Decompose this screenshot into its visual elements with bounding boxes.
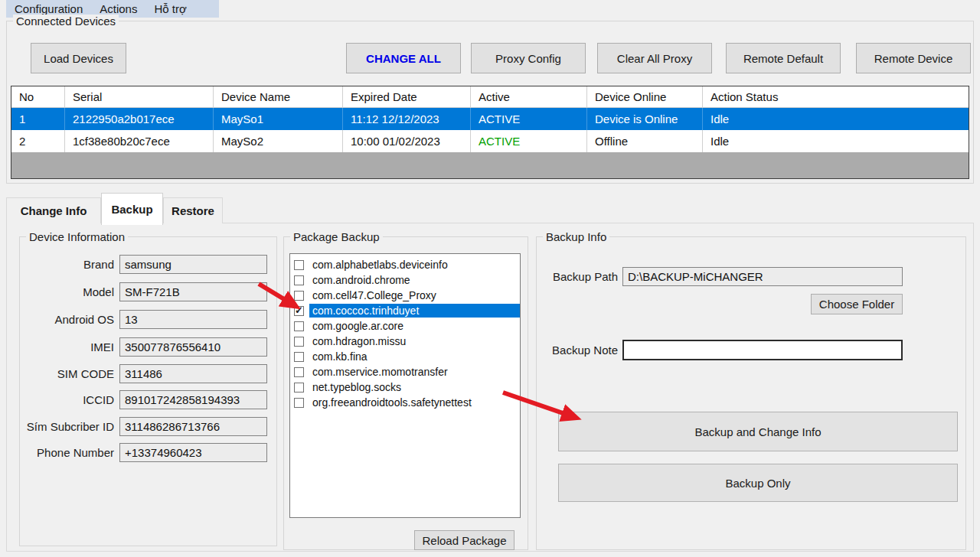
model-label: Model [20, 283, 114, 301]
device-information-group: Device Information Brand samsung Model S… [19, 236, 277, 546]
cell-device-name: MaySo1 [214, 108, 343, 130]
backup-info-group-title: Backup Info [543, 230, 609, 243]
package-backup-group: Package Backup com.alphabetlabs.devicein… [283, 236, 528, 550]
backup-path-field[interactable]: D:\BACKUP-MiCHANGER [622, 267, 903, 286]
sim-code-label: SIM CODE [20, 365, 114, 383]
column-header-serial[interactable]: Serial [65, 86, 214, 108]
brand-label: Brand [20, 256, 114, 274]
backup-path-label: Backup Path [552, 270, 618, 283]
android-os-field[interactable]: 13 [119, 310, 267, 329]
checkbox-checked-icon[interactable] [294, 306, 304, 316]
cell-device-online: Offline [587, 130, 703, 152]
choose-folder-button[interactable]: Choose Folder [811, 294, 903, 314]
device-information-group-title: Device Information [26, 230, 128, 243]
column-header-action-status[interactable]: Action Status [703, 86, 969, 108]
cell-no: 1 [11, 108, 65, 130]
cell-device-online: Device is Online [587, 108, 703, 130]
devices-table: No Serial Device Name Expired Date Activ… [11, 86, 969, 179]
package-item[interactable]: com.google.ar.core [290, 318, 520, 334]
sim-subcriber-id-field[interactable]: 311486286713766 [119, 417, 267, 436]
package-item-label: net.typeblog.socks [309, 380, 404, 394]
checkbox-icon[interactable] [294, 398, 304, 408]
package-item-label: com.coccoc.trinhduyet [309, 304, 520, 318]
cell-expired-date: 10:00 01/02/2023 [343, 130, 471, 152]
cell-serial: 1cf38e80b20c7ece [65, 130, 214, 152]
tab-change-info[interactable]: Change Info [6, 197, 101, 223]
imei-field[interactable]: 350077876556410 [119, 337, 267, 357]
checkbox-icon[interactable] [294, 291, 304, 301]
package-item-label: org.freeandroidtools.safetynettest [309, 396, 475, 409]
remote-device-button[interactable]: Remote Device [856, 43, 971, 73]
backup-note-field[interactable] [622, 340, 903, 360]
model-field[interactable]: SM-F721B [119, 282, 267, 301]
table-row[interactable]: 1 2122950a2b017ece MaySo1 11:12 12/12/20… [11, 108, 969, 130]
sim-subcriber-id-label: Sím Subcriber ID [20, 418, 114, 436]
checkbox-icon[interactable] [294, 383, 304, 393]
android-os-label: Android OS [20, 311, 114, 329]
package-item-label: com.mservice.momotransfer [309, 365, 451, 379]
package-item-label: com.cell47.College_Proxy [309, 288, 439, 302]
sim-code-field[interactable]: 311486 [119, 364, 267, 383]
proxy-config-button[interactable]: Proxy Config [471, 43, 586, 73]
package-item[interactable]: com.alphabetlabs.deviceinfo [290, 257, 520, 272]
tab-restore[interactable]: Restore [163, 197, 223, 223]
backup-note-label: Backup Note [552, 344, 618, 357]
load-devices-button[interactable]: Load Devices [31, 43, 126, 73]
cell-action-status: Idle [703, 130, 969, 152]
package-list: com.alphabetlabs.deviceinfo com.android.… [289, 253, 521, 518]
cell-active: ACTIVE [471, 108, 587, 130]
tab-backup[interactable]: Backup [101, 193, 163, 225]
cell-device-name: MaySo2 [214, 130, 343, 152]
devices-table-header: No Serial Device Name Expired Date Activ… [11, 86, 969, 108]
column-header-device-name[interactable]: Device Name [214, 86, 343, 108]
package-item-label: com.android.chrome [309, 273, 413, 287]
package-item-label: com.google.ar.core [309, 319, 407, 333]
phone-number-field[interactable]: +13374960423 [119, 443, 267, 462]
checkbox-icon[interactable] [294, 275, 304, 285]
remote-default-button[interactable]: Remote Default [726, 43, 841, 73]
cell-expired-date: 11:12 12/12/2023 [343, 108, 471, 130]
cell-serial: 2122950a2b017ece [65, 108, 214, 130]
backup-info-group: Backup Info Backup Path D:\BACKUP-MiCHAN… [536, 236, 966, 550]
clear-all-proxy-button[interactable]: Clear All Proxy [597, 43, 712, 73]
checkbox-icon[interactable] [294, 367, 304, 377]
connected-devices-group-title: Connected Devices [13, 15, 119, 28]
iccid-label: ICCID [20, 391, 114, 409]
column-header-expired-date[interactable]: Expired Date [343, 86, 471, 108]
phone-number-label: Phone Number [20, 444, 114, 462]
backup-only-button[interactable]: Backup Only [558, 464, 958, 502]
reload-package-button[interactable]: Reload Package [414, 530, 514, 550]
cell-active: ACTIVE [471, 130, 587, 152]
package-item[interactable]: org.freeandroidtools.safetynettest [290, 395, 520, 410]
package-item[interactable]: com.hdragon.missu [290, 334, 520, 349]
change-all-button[interactable]: CHANGE ALL [346, 43, 461, 73]
package-item-label: com.kb.fina [309, 350, 371, 363]
column-header-device-online[interactable]: Device Online [587, 86, 703, 108]
column-header-active[interactable]: Active [471, 86, 587, 108]
package-item-label: com.hdragon.missu [309, 334, 409, 348]
package-backup-group-title: Package Backup [290, 230, 383, 243]
package-item[interactable]: com.android.chrome [290, 272, 520, 288]
package-item[interactable]: com.kb.fina [290, 349, 520, 364]
cell-action-status: Idle [703, 108, 969, 130]
checkbox-icon[interactable] [294, 337, 304, 347]
checkbox-icon[interactable] [294, 260, 304, 270]
table-row[interactable]: 2 1cf38e80b20c7ece MaySo2 10:00 01/02/20… [11, 130, 969, 152]
checkbox-icon[interactable] [294, 321, 304, 331]
iccid-field[interactable]: 891017242858194393 [119, 390, 267, 409]
brand-field[interactable]: samsung [119, 255, 267, 274]
menu-item-ho-tro[interactable]: Hỗ trợ [145, 0, 194, 18]
package-item-label: com.alphabetlabs.deviceinfo [309, 258, 451, 272]
cell-no: 2 [11, 130, 65, 152]
package-item[interactable]: net.typeblog.socks [290, 379, 520, 395]
package-item[interactable]: com.mservice.momotransfer [290, 364, 520, 379]
column-header-no[interactable]: No [11, 86, 65, 108]
package-item-selected[interactable]: com.coccoc.trinhduyet [290, 303, 520, 318]
package-item[interactable]: com.cell47.College_Proxy [290, 288, 520, 303]
backup-and-change-info-button[interactable]: Backup and Change Info [558, 412, 958, 451]
imei-label: IMEI [20, 338, 114, 357]
checkbox-icon[interactable] [294, 352, 304, 362]
